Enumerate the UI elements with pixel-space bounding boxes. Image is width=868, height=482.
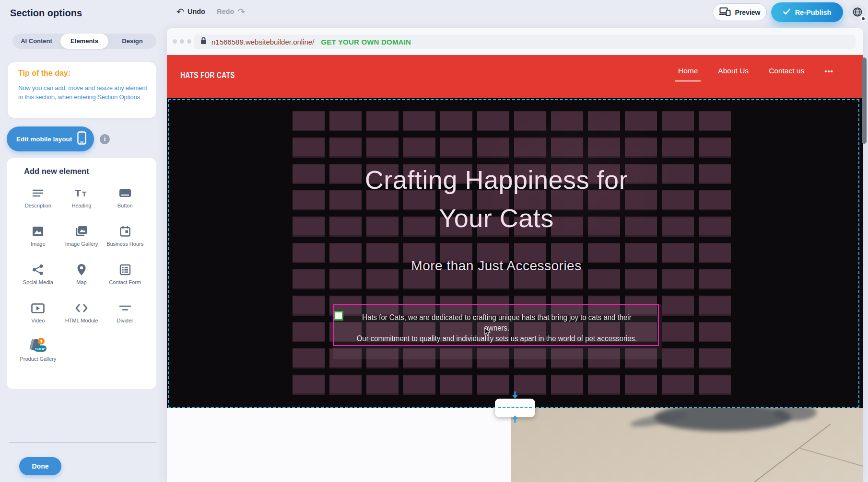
business-hours-icon xyxy=(119,223,131,240)
hero-subheading: More than Just Accessories xyxy=(411,258,581,274)
add-item-image[interactable]: Image xyxy=(16,223,60,259)
social-media-icon xyxy=(32,262,44,278)
site-url: n1566589.websitebuilder.online/ xyxy=(211,38,314,46)
contact-form-icon xyxy=(119,262,131,278)
preview-scrollbar-thumb[interactable] xyxy=(862,57,867,144)
image-icon xyxy=(32,223,44,240)
nav-about-us[interactable]: About Us xyxy=(718,67,749,80)
get-your-own-domain-link[interactable]: GET YOUR OWN DOMAIN xyxy=(321,38,411,46)
add-item-image-gallery[interactable]: Image Gallery xyxy=(60,223,104,259)
nav-home[interactable]: Home xyxy=(678,67,698,80)
svg-text:SHOP: SHOP xyxy=(35,347,46,351)
site-nav: Home About Us Contact us ••• xyxy=(678,67,833,80)
drag-handle[interactable] xyxy=(334,311,343,321)
hero-paragraph-line1: Hats for Cats, we are dedicated to craft… xyxy=(354,312,640,333)
window-dots xyxy=(173,39,191,44)
description-icon xyxy=(32,185,44,201)
svg-text:T: T xyxy=(75,187,81,198)
language-globe-button[interactable] xyxy=(848,4,866,22)
map-icon xyxy=(77,262,86,278)
add-item-html-module[interactable]: HTML Module xyxy=(60,300,104,336)
add-item-map[interactable]: Map xyxy=(60,262,104,298)
edit-mobile-layout-label: Edit mobile layout xyxy=(16,136,72,143)
mouse-cursor-icon xyxy=(484,327,491,338)
nav-more-icon[interactable]: ••• xyxy=(824,67,833,80)
tab-ai-content[interactable]: AI Content xyxy=(12,34,60,49)
add-item-description[interactable]: Description xyxy=(16,185,60,221)
add-item-social-media[interactable]: Social Media xyxy=(16,262,60,298)
section-resize-handle[interactable] xyxy=(495,399,535,417)
video-icon xyxy=(31,300,45,316)
republish-button[interactable]: Re-Publish xyxy=(771,2,843,22)
done-button[interactable]: Done xyxy=(19,457,61,475)
floor-photo xyxy=(511,408,863,482)
panel-divider xyxy=(9,442,156,443)
arrow-down-icon xyxy=(511,391,519,401)
heading-icon: TT xyxy=(74,185,89,201)
add-item-divider[interactable]: Divider xyxy=(103,300,147,336)
svg-text:T: T xyxy=(82,190,86,198)
hero-heading: Crafting Happiness for Your Cats xyxy=(281,161,712,237)
button-icon xyxy=(119,185,131,201)
redo-button[interactable]: Redo ↷ xyxy=(217,7,245,16)
app-window: ↶ Undo Redo ↷ Preview Re-Publish Section… xyxy=(0,0,868,482)
add-item-video[interactable]: Video xyxy=(16,300,60,336)
add-item-contact-form[interactable]: Contact Form xyxy=(103,262,147,298)
tile-grout-line xyxy=(800,448,863,468)
hero-heading-line2: Your Cats xyxy=(281,199,712,237)
edit-mobile-layout-button[interactable]: Edit mobile layout xyxy=(7,126,94,151)
check-icon xyxy=(783,8,790,17)
tile-grout-line xyxy=(753,424,831,482)
nav-contact-us[interactable]: Contact us xyxy=(769,67,804,80)
undo-button[interactable]: ↶ Undo xyxy=(176,7,205,16)
address-bar[interactable]: n1566589.websitebuilder.online/ GET YOUR… xyxy=(194,34,856,49)
arrow-up-icon xyxy=(511,415,519,425)
preview-label: Preview xyxy=(735,9,761,16)
lock-icon xyxy=(200,37,207,46)
tab-design[interactable]: Design xyxy=(108,34,156,49)
html-module-icon xyxy=(75,300,88,316)
product-gallery-icon: SHOP xyxy=(25,338,50,355)
preview-button[interactable]: Preview xyxy=(713,3,767,21)
hero-paragraph: Hats for Cats, we are dedicated to craft… xyxy=(354,312,640,344)
image-gallery-icon xyxy=(75,223,88,240)
phone-icon xyxy=(77,131,86,147)
add-item-business-hours[interactable]: Business Hours xyxy=(103,223,147,259)
add-item-product-gallery[interactable]: SHOP Product Gallery xyxy=(16,338,60,374)
undo-label: Undo xyxy=(188,8,205,15)
devices-icon xyxy=(719,7,731,18)
globe-status-dot xyxy=(860,16,866,21)
add-element-title: Add new element xyxy=(24,167,89,176)
hero-heading-line1: Crafting Happiness for xyxy=(281,161,712,199)
panel-tabs: AI Content Elements Design xyxy=(12,34,156,49)
redo-icon: ↷ xyxy=(237,7,245,16)
divider-icon xyxy=(119,300,131,316)
tip-body: Now you can add, move and resize any ele… xyxy=(18,83,152,102)
hero-paragraph-line2: Our commitment to quality and individual… xyxy=(354,333,640,344)
site-logo: HATS FOR CATS xyxy=(180,70,235,80)
add-item-heading[interactable]: TT Heading xyxy=(60,185,104,221)
tip-title: Tip of the day: xyxy=(18,69,70,78)
info-icon[interactable]: i xyxy=(100,134,110,144)
tab-elements[interactable]: Elements xyxy=(60,34,108,49)
browser-chrome: n1566589.websitebuilder.online/ GET YOUR… xyxy=(167,28,863,55)
page-title: Section options xyxy=(10,8,82,19)
undo-icon: ↶ xyxy=(176,7,184,16)
republish-label: Re-Publish xyxy=(795,9,832,16)
hero-section[interactable]: Crafting Happiness for Your Cats More th… xyxy=(167,98,863,408)
redo-label: Redo xyxy=(217,8,234,15)
site-header: HATS FOR CATS Home About Us Contact us •… xyxy=(167,55,863,98)
site-preview-window: n1566589.websitebuilder.online/ GET YOUR… xyxy=(167,28,863,482)
tip-of-the-day-card: Tip of the day: Now you can add, move an… xyxy=(8,62,156,118)
add-new-element-panel: Add new element Description TT Heading B… xyxy=(7,158,156,389)
add-item-button[interactable]: Button xyxy=(103,185,147,221)
add-element-grid: Description TT Heading Button Image xyxy=(16,185,147,374)
